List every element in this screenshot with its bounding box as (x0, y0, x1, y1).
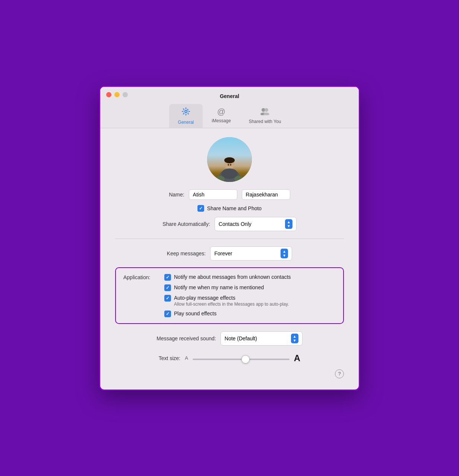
share-auto-select[interactable]: Contacts Only ▲ ▼ (215, 217, 297, 231)
tab-shared[interactable]: Shared with You (240, 104, 290, 128)
text-size-slider[interactable] (193, 359, 289, 360)
tab-general[interactable]: General (169, 104, 203, 128)
sound-effects-label: Play sound effects (174, 310, 216, 316)
share-name-label: Share Name and Photo (207, 205, 262, 211)
autoplay-text: Auto-play message effects Allow full-scr… (174, 295, 289, 307)
name-mentioned-label: Notify me when my name is mentioned (174, 284, 264, 290)
sound-effects-text: Play sound effects (174, 310, 216, 316)
imessage-icon: @ (217, 107, 225, 117)
svg-point-11 (230, 164, 231, 166)
main-content: Name: ✓ Share Name and Photo Share Autom… (100, 128, 359, 390)
application-label: Application: (123, 274, 164, 280)
check-icon-3: ✓ (166, 296, 170, 301)
title-bar: General General @ iMessage (100, 87, 359, 128)
message-sound-label: Message received sound: (156, 335, 216, 341)
message-sound-row: Message received sound: Note (Default) ▲… (115, 331, 344, 346)
message-sound-arrows-icon: ▲ ▼ (291, 334, 298, 343)
text-size-large-a: A (294, 353, 300, 363)
checkbox-row-name-mentioned: ✓ Notify me when my name is mentioned (164, 284, 291, 291)
name-mentioned-text: Notify me when my name is mentioned (174, 284, 264, 290)
general-icon (181, 107, 190, 118)
autoplay-checkbox[interactable]: ✓ (164, 295, 171, 302)
tab-general-label: General (178, 120, 194, 125)
maximize-button[interactable] (123, 92, 128, 97)
close-button[interactable] (106, 92, 111, 97)
check-icon-1: ✓ (166, 275, 170, 280)
svg-point-12 (216, 176, 225, 182)
tabs-row: General @ iMessage Shared with You (169, 104, 290, 128)
svg-point-8 (224, 157, 235, 163)
share-auto-value: Contacts Only (219, 221, 251, 227)
help-button[interactable]: ? (335, 369, 344, 378)
unknown-contacts-checkbox[interactable]: ✓ (164, 274, 171, 281)
keep-messages-label: Keep messages: (167, 250, 206, 256)
message-sound-value: Note (Default) (225, 335, 257, 341)
minimize-button[interactable] (114, 92, 120, 97)
svg-point-3 (265, 108, 268, 112)
svg-point-10 (228, 164, 229, 166)
select-arrows-icon: ▲ ▼ (285, 219, 292, 229)
window-title: General (220, 93, 239, 99)
help-row: ? (115, 369, 344, 378)
traffic-lights (106, 92, 128, 97)
check-icon: ✓ (199, 206, 203, 211)
autoplay-sublabel: Allow full-screen effects in the Message… (174, 302, 289, 307)
main-window: General General @ iMessage (99, 86, 360, 391)
message-sound-select[interactable]: Note (Default) ▲ ▼ (221, 331, 303, 346)
name-label: Name: (169, 192, 184, 198)
autoplay-label: Auto-play message effects (174, 295, 289, 301)
divider-1 (115, 239, 344, 239)
text-size-row: Text size: A A (115, 353, 344, 363)
avatar[interactable] (207, 137, 252, 182)
text-size-slider-container (193, 355, 289, 362)
text-size-small-a: A (185, 355, 188, 361)
share-auto-row: Share Automatically: Contacts Only ▲ ▼ (115, 217, 344, 231)
checkbox-row-unknown: ✓ Notify me about messages from unknown … (164, 274, 291, 281)
svg-point-1 (183, 109, 189, 114)
svg-point-13 (234, 176, 243, 182)
tab-imessage-label: iMessage (212, 118, 231, 123)
share-name-row: ✓ Share Name and Photo (115, 205, 344, 212)
checkbox-row-sound: ✓ Play sound effects (164, 310, 291, 317)
avatar-image (213, 148, 246, 182)
application-section: Application: ✓ Notify me about messages … (115, 267, 344, 324)
sound-effects-checkbox[interactable]: ✓ (164, 310, 171, 317)
unknown-contacts-text: Notify me about messages from unknown co… (174, 274, 291, 280)
svg-point-0 (185, 110, 187, 113)
share-auto-label: Share Automatically: (162, 221, 210, 227)
keep-messages-select[interactable]: Forever ▲ ▼ (210, 246, 292, 261)
tab-imessage[interactable]: @ iMessage (203, 104, 240, 128)
name-row: Name: (115, 189, 344, 200)
app-checkboxes: ✓ Notify me about messages from unknown … (164, 274, 291, 317)
app-row: Application: ✓ Notify me about messages … (123, 274, 336, 317)
checkbox-row-autoplay: ✓ Auto-play message effects Allow full-s… (164, 295, 291, 307)
tab-shared-label: Shared with You (249, 119, 281, 124)
first-name-input[interactable] (189, 189, 237, 200)
unknown-contacts-label: Notify me about messages from unknown co… (174, 274, 291, 280)
keep-messages-row: Keep messages: Forever ▲ ▼ (115, 246, 344, 261)
share-name-checkbox[interactable]: ✓ (197, 205, 204, 212)
keep-messages-arrows-icon: ▲ ▼ (281, 249, 288, 258)
title-bar-top: General (106, 92, 353, 100)
name-mentioned-checkbox[interactable]: ✓ (164, 284, 171, 291)
avatar-section (115, 137, 344, 182)
text-size-label: Text size: (159, 355, 180, 361)
shared-icon (260, 107, 270, 117)
keep-messages-value: Forever (214, 250, 232, 256)
check-icon-2: ✓ (166, 285, 170, 290)
check-icon-4: ✓ (166, 311, 170, 316)
last-name-input[interactable] (242, 189, 290, 200)
